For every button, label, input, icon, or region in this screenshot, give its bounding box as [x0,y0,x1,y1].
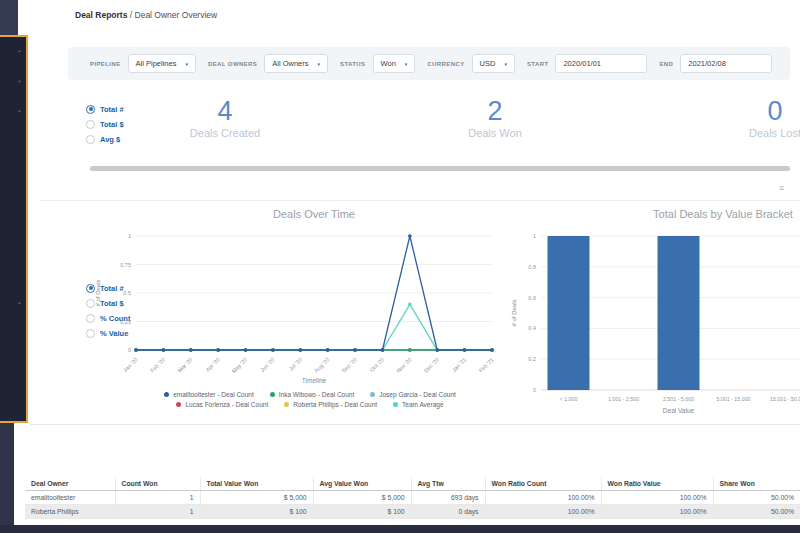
sidebar-highlighted[interactable]: ⌄ ⌄ ⌄ ⌄ [0,35,28,423]
breadcrumb-separator: / [127,10,134,20]
column-header-won-ratio-value[interactable]: Won Ratio Value [601,477,713,491]
value-cell: $ 5,000 [313,491,411,505]
x-tick-label: Feb '21 [478,356,495,373]
chart-menu-icon[interactable]: ≡ [779,183,784,193]
y-tick-label: 0.75 [120,262,131,268]
value-cell: $ 100 [313,505,411,519]
filter-select-currency[interactable]: USD▾ [472,54,515,73]
legend-item-inka-wibowo-deal-count[interactable]: Inka Wibowo - Deal Count [270,391,355,398]
y-tick-label: 1 [533,233,536,239]
chevron-down-icon: ▾ [317,61,320,67]
x-tick-label: May '20 [231,356,249,374]
data-point [408,348,412,352]
data-point [299,348,303,352]
chevron-down-icon: ▾ [185,61,188,67]
legend-item-team-average[interactable]: Team Average [393,401,443,408]
table-header-row: Deal OwnerCount WonTotal Value WonAvg Va… [25,477,800,491]
deals-over-time-legend: emailtooltester - Deal CountInka Wibowo … [120,391,500,408]
breadcrumb-deal-reports[interactable]: Deal Reports [75,10,127,20]
radio-icon [86,135,95,144]
radio-option-avg-value[interactable]: Avg $ [86,134,124,144]
data-point [408,303,412,307]
kpi-metric-radio-group: Total #Total $Avg $ [86,104,124,144]
column-header-total-value-won[interactable]: Total Value Won [200,477,313,491]
filter-select-deal-owners[interactable]: All Owners▾ [264,54,328,73]
x-tick-label: 15,001 - 50,000 [770,396,800,402]
column-header-deal-owner[interactable]: Deal Owner [25,477,115,491]
filter-select-status[interactable]: Won▾ [373,54,416,73]
value-cell: 0 days [411,505,485,519]
filter-input-start[interactable]: 2020/01/01 [555,54,647,73]
filter-label-status: STATUS [340,61,366,67]
column-header-won-ratio-count[interactable]: Won Ratio Count [485,477,601,491]
filter-label-deal-owners: DEAL OWNERS [208,61,257,67]
horizontal-scrollbar[interactable] [90,166,790,171]
value-cell: $ 100 [200,505,313,519]
filter-value: 2020/01/01 [563,59,601,68]
x-tick-label: 5,001 - 15,000 [716,396,750,402]
x-tick-label: Nov '20 [395,356,412,373]
deals-by-value-bracket-chart: Total Deals by Value Bracket00.20.40.60.… [505,202,800,418]
radio-label: Total # [100,105,124,114]
value-cell: 100.00% [485,505,601,519]
legend-item-roberta-phillips-deal-count[interactable]: Roberta Phillips - Deal Count [284,401,377,408]
column-header-share-won[interactable]: Share Won [713,477,800,491]
data-point [353,348,357,352]
legend-label: Roberta Phillips - Deal Count [293,401,377,408]
data-point [490,348,494,352]
x-tick-label: Apr '20 [204,356,220,372]
chevron-down-icon: ⌄ [17,47,22,53]
data-point [134,348,138,352]
legend-item-lucas-forlenza-deal-count[interactable]: Lucas Forlenza - Deal Count [176,401,268,408]
value-cell: 1 [115,505,200,519]
legend-item-josep-garcia-deal-count[interactable]: Josep Garcia - Deal Count [370,391,456,398]
radio-option-total-value[interactable]: Total $ [86,119,124,129]
x-tick-label: Jan '20 [122,356,139,373]
data-point [326,348,330,352]
column-header-avg-ttw[interactable]: Avg Ttw [411,477,485,491]
filter-value: Won [381,59,396,68]
filter-bar: PIPELINEAll Pipelines▾DEAL OWNERSAll Own… [68,47,790,80]
y-tick-label: 0.25 [120,319,131,325]
deals-over-time-chart: Deals Over Time00.250.50.751# of DealsJa… [88,202,512,392]
x-tick-label: Feb '20 [149,356,166,373]
x-tick-label: < 1,000 [560,396,578,402]
radio-label: Total $ [100,120,124,129]
bar-chart-title: Total Deals by Value Bracket [653,208,793,220]
kpi-value: 0 [675,96,800,126]
series-line-team-average [136,304,492,350]
kpi-label: Deals Won [395,127,595,139]
radio-option-total-count[interactable]: Total # [86,104,124,114]
column-header-avg-value-won[interactable]: Avg Value Won [313,477,411,491]
sidebar-top [0,0,18,35]
filter-input-end[interactable]: 2021/02/08 [680,54,772,73]
legend-item-emailtooltester-deal-count[interactable]: emailtooltester - Deal Count [164,391,254,398]
bar-2-501-5-000 [658,236,700,390]
value-cell: 693 days [411,491,485,505]
filter-value: 2021/02/08 [688,59,726,68]
chevron-down-icon: ▾ [504,61,507,67]
kpi-value: 2 [395,96,595,126]
x-tick-label: Mar '20 [176,356,193,373]
legend-dot [270,392,275,397]
legend-dot [284,402,289,407]
x-tick-label: Dec '20 [423,356,440,373]
filter-select-pipeline[interactable]: All Pipelines▾ [128,54,196,73]
filter-label-end: END [659,61,673,67]
value-cell: 100.00% [485,491,601,505]
deal-owner-summary-table: Deal OwnerCount WonTotal Value WonAvg Va… [25,477,800,519]
breadcrumb-current-page: Deal Owner Overview [135,10,218,20]
y-tick-label: 0.6 [528,295,536,301]
value-cell: 50.00% [713,491,800,505]
data-point [463,348,467,352]
radio-icon [86,105,95,114]
data-point [216,348,220,352]
kpi-deals-lost: 0Deals Lost [675,96,800,139]
filter-value: All Owners [272,59,308,68]
x-axis-label: Deal Value [663,407,695,414]
legend-dot [370,392,375,397]
x-tick-label: Jul '20 [288,356,303,371]
column-header-count-won[interactable]: Count Won [115,477,200,491]
radio-label: Avg $ [100,135,120,144]
value-cell: $ 5,000 [200,491,313,505]
